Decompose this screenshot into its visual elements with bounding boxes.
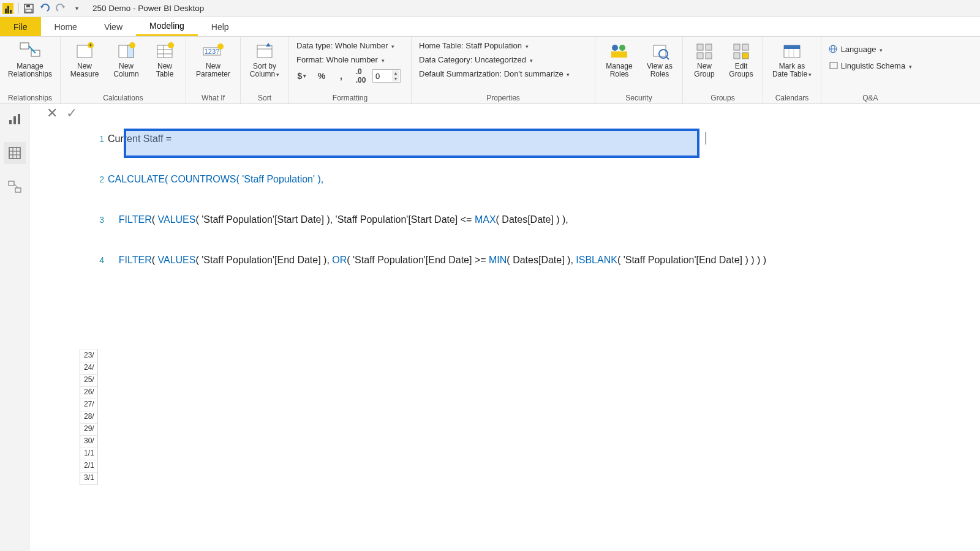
customize-qat[interactable]: ▾ [69, 1, 84, 16]
group-security: Manage Roles View as Roles Security [595, 37, 683, 103]
svg-rect-30 [697, 53, 703, 59]
svg-rect-35 [742, 53, 748, 59]
decimal-places-icon: .0.00 [353, 69, 369, 83]
format-selector[interactable]: Format: Whole number ▾ [294, 53, 406, 66]
linguistic-schema-selector[interactable]: Linguistic Schema ▾ [826, 59, 914, 72]
svg-rect-32 [734, 44, 740, 50]
redo-button[interactable] [53, 1, 68, 16]
svg-line-54 [14, 184, 18, 188]
manage-relationships-button[interactable]: Manage Relationships [5, 39, 55, 80]
content-area: Date 1/06/ Da 12/13/14/15/16/17/18/19/20… [29, 104, 980, 551]
model-view-button[interactable] [4, 176, 26, 198]
grid-row[interactable]: 29/ [80, 424, 98, 436]
undo-button[interactable] [37, 1, 52, 16]
new-column-button[interactable]: New Column [107, 39, 145, 80]
svg-rect-28 [697, 44, 703, 50]
group-calculations: ✦ New Measure New Column New Table Calcu… [61, 37, 186, 103]
mark-as-date-table-button[interactable]: Mark as Date Table▾ [768, 39, 816, 80]
new-group-button[interactable]: New Group [688, 39, 721, 80]
svg-rect-43 [830, 62, 837, 69]
view-switcher [0, 104, 29, 551]
tab-file[interactable]: File [0, 17, 41, 36]
save-button[interactable] [21, 1, 36, 16]
report-view-button[interactable] [4, 108, 26, 130]
grid-row[interactable]: 30/ [80, 436, 98, 448]
title-bar: ▾ 250 Demo - Power BI Desktop [0, 0, 980, 17]
new-table-button[interactable]: New Table [149, 39, 181, 80]
group-relationships: Manage Relationships Relationships [0, 37, 61, 103]
view-as-roles-button[interactable]: View as Roles [642, 39, 677, 80]
svg-rect-20 [257, 45, 272, 58]
formula-cancel-button[interactable]: ✕ [47, 107, 58, 120]
ribbon: Manage Relationships Relationships ✦ New… [0, 37, 980, 104]
grid-row[interactable]: 1/1 [80, 448, 98, 460]
group-properties: Home Table: Staff Population ▾ Data Cate… [412, 37, 595, 103]
tab-home[interactable]: Home [41, 17, 91, 36]
svg-rect-45 [13, 116, 16, 124]
data-category-selector[interactable]: Data Category: Uncategorized ▾ [417, 53, 590, 66]
svg-rect-31 [706, 53, 712, 59]
group-groups: New Group Edit Groups Groups [683, 37, 763, 103]
data-type-selector[interactable]: Data type: Whole Number ▾ [294, 39, 406, 52]
window-title: 250 Demo - Power BI Desktop [92, 4, 204, 13]
svg-rect-29 [706, 44, 712, 50]
svg-point-19 [217, 43, 224, 50]
home-table-selector[interactable]: Home Table: Staff Population ▾ [417, 39, 590, 52]
grid-row[interactable]: 25/ [80, 375, 98, 387]
svg-text:✦: ✦ [88, 42, 93, 48]
svg-point-11 [129, 42, 135, 48]
svg-rect-1 [26, 5, 30, 7]
svg-rect-53 [15, 188, 21, 192]
svg-rect-33 [742, 44, 748, 50]
formula-editor[interactable]: 1Current Staff = 2CALCULATE( COUNTROWS( … [94, 104, 980, 349]
data-view-button[interactable] [4, 142, 26, 164]
new-parameter-button[interactable]: 123? New Parameter [191, 39, 235, 80]
svg-rect-44 [9, 120, 12, 124]
svg-rect-37 [784, 45, 800, 49]
svg-rect-2 [26, 9, 32, 12]
svg-point-23 [619, 45, 625, 51]
ribbon-tabs: File Home View Modeling Help [0, 17, 980, 37]
group-sort: Sort by Column▾ Sort [241, 37, 289, 103]
svg-rect-34 [734, 53, 740, 59]
svg-rect-47 [9, 148, 20, 159]
new-measure-button[interactable]: ✦ New Measure [66, 39, 104, 80]
language-selector[interactable]: Language ▾ [826, 43, 914, 56]
group-whatif: 123? New Parameter What If [186, 37, 241, 103]
svg-line-27 [666, 57, 669, 59]
svg-text:123?: 123? [205, 48, 219, 55]
comma-format-button[interactable]: , [333, 69, 349, 83]
grid-row[interactable]: 26/ [80, 387, 98, 399]
tab-modeling[interactable]: Modeling [136, 17, 198, 36]
decimal-places-input[interactable]: 0 ▲▼ [372, 69, 401, 83]
tab-help[interactable]: Help [198, 17, 243, 36]
tab-view[interactable]: View [91, 17, 136, 36]
svg-rect-24 [611, 51, 627, 58]
svg-point-16 [168, 42, 174, 48]
svg-point-22 [612, 45, 618, 51]
grid-row[interactable]: 27/ [80, 399, 98, 411]
grid-row[interactable]: 28/ [80, 411, 98, 424]
formula-bar[interactable]: ✕ ✓ 1Current Staff = 2CALCULATE( COUNTRO… [29, 104, 980, 349]
formula-commit-button[interactable]: ✓ [66, 107, 77, 120]
main-area: Date 1/06/ Da 12/13/14/15/16/17/18/19/20… [0, 104, 980, 551]
svg-rect-52 [9, 181, 14, 186]
grid-row[interactable]: 24/ [80, 362, 98, 375]
currency-format-button[interactable]: $▾ [294, 69, 310, 83]
manage-roles-button[interactable]: Manage Roles [600, 39, 638, 80]
grid-row[interactable]: 23/ [80, 350, 98, 362]
grid-row[interactable]: 2/1 [80, 460, 98, 473]
svg-rect-46 [18, 114, 20, 124]
sort-by-column-button[interactable]: Sort by Column▾ [246, 39, 284, 80]
percent-format-button[interactable]: % [314, 69, 330, 83]
group-qa: Language ▾ Linguistic Schema ▾ Q&A [821, 37, 919, 103]
default-summarization-selector[interactable]: Default Summarization: Don't summarize ▾ [417, 67, 590, 80]
quick-access-toolbar: ▾ [17, 1, 84, 16]
edit-groups-button[interactable]: Edit Groups [725, 39, 758, 80]
app-icon [2, 3, 13, 14]
grid-row[interactable]: 3/1 [80, 473, 98, 485]
group-calendars: Mark as Date Table▾ Calendars [763, 37, 821, 103]
text-caret [706, 132, 706, 144]
svg-rect-3 [20, 43, 29, 49]
group-formatting: Data type: Whole Number ▾ Format: Whole … [289, 37, 412, 103]
